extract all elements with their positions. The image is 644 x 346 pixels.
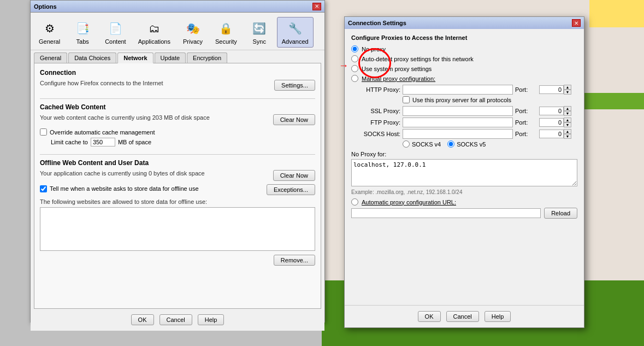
use-for-all-checkbox[interactable] (403, 96, 410, 103)
socks-port-input[interactable] (539, 130, 564, 138)
socks-v5-radio[interactable] (447, 140, 454, 148)
ssl-proxy-input[interactable] (403, 106, 513, 116)
system-proxy-row: Use system proxy settings (351, 65, 577, 72)
no-proxy-for-label: No Proxy for: (351, 151, 577, 157)
toolbar-security[interactable]: 🔒 Security (210, 17, 242, 48)
connection-title: Connection (40, 69, 315, 77)
toolbar-advanced[interactable]: 🔧 Advanced (277, 17, 314, 48)
toolbar-applications[interactable]: 🗂 Applications (133, 17, 175, 48)
ftp-proxy-input[interactable] (403, 118, 513, 127)
conn-help-button[interactable]: Help (485, 311, 511, 322)
http-port-input[interactable] (539, 85, 564, 94)
cached-row: Your web content cache is currently usin… (40, 114, 315, 125)
ssl-port-spinner: ▲ ▼ (539, 106, 577, 116)
sync-icon: 🔄 (251, 20, 268, 37)
socks-host-input[interactable] (403, 129, 513, 139)
http-port-down[interactable]: ▼ (564, 90, 571, 95)
security-icon: 🔒 (217, 20, 235, 37)
override-cache-label: Override automatic cache management (50, 129, 155, 136)
options-cancel-button[interactable]: Cancel (159, 314, 192, 325)
reload-button[interactable]: Reload (544, 208, 577, 219)
no-proxy-row: No proxy (351, 45, 577, 52)
auto-detect-radio[interactable] (351, 55, 358, 62)
no-proxy-textarea[interactable]: localhost, 127.0.0.1 (351, 159, 577, 186)
ftp-port-down[interactable]: ▼ (564, 122, 571, 127)
socks-v4-label[interactable]: SOCKS v4 (403, 140, 441, 148)
conn-close-button[interactable]: ✕ (572, 19, 581, 27)
ftp-port-spinner: ▲ ▼ (539, 118, 577, 127)
bg-yellow (589, 0, 644, 27)
socks-v4-radio[interactable] (403, 140, 410, 148)
connection-settings-dialog: Connection Settings ✕ Configure Proxies … (344, 16, 584, 328)
separator-2 (40, 154, 315, 155)
options-titlebar: Options ✕ (31, 1, 324, 13)
socks-host-label: SOCKS Host: (351, 131, 400, 137)
tab-general[interactable]: General (34, 52, 67, 63)
manual-proxy-radio[interactable] (351, 75, 358, 82)
ftp-port-up[interactable]: ▲ (564, 118, 571, 122)
toolbar-tabs[interactable]: 📑 Tabs (67, 17, 98, 48)
http-proxy-input[interactable] (403, 85, 513, 95)
socks-port-up[interactable]: ▲ (564, 129, 571, 134)
auto-detect-label: Auto-detect proxy settings for this netw… (362, 56, 474, 62)
ftp-port-input[interactable] (539, 118, 564, 127)
options-window: Options ✕ ⚙ General 📑 Tabs 📄 Content 🗂 A… (30, 0, 325, 322)
socks-v5-label[interactable]: SOCKS v5 (447, 140, 486, 148)
tell-me-checkbox[interactable] (40, 185, 47, 192)
options-help-button[interactable]: Help (198, 314, 224, 325)
override-cache-row: Override automatic cache management (40, 128, 315, 136)
http-port-spinner: ▲ ▼ (539, 85, 577, 95)
socks-port-spinner: ▲ ▼ (539, 129, 577, 139)
system-proxy-radio[interactable] (351, 65, 358, 72)
offline-sites-textarea[interactable] (40, 207, 315, 251)
offline-clear-button[interactable]: Clear Now (273, 170, 315, 181)
toolbar-content[interactable]: 📄 Content (100, 17, 131, 48)
options-toolbar: ⚙ General 📑 Tabs 📄 Content 🗂 Application… (31, 13, 324, 50)
ssl-port-down[interactable]: ▼ (564, 111, 571, 116)
options-ok-button[interactable]: OK (131, 314, 154, 325)
toolbar-privacy[interactable]: 🎭 Privacy (178, 17, 208, 48)
tab-encryption[interactable]: Encryption (187, 52, 227, 63)
ssl-port-up[interactable]: ▲ (564, 106, 571, 111)
toolbar-general[interactable]: ⚙ General (34, 17, 65, 48)
connection-desc: Configure how Firefox connects to the In… (40, 80, 163, 86)
toolbar-advanced-label: Advanced (282, 38, 309, 45)
cached-content-section: Cached Web Content Your web content cach… (40, 103, 315, 146)
use-for-all-label: Use this proxy server for all protocols (412, 97, 511, 103)
socks-port-down[interactable]: ▼ (564, 134, 571, 139)
tab-network[interactable]: Network (117, 52, 153, 63)
general-icon: ⚙ (41, 20, 58, 37)
options-close-button[interactable]: ✕ (312, 3, 321, 10)
options-footer: OK Cancel Help (31, 309, 324, 331)
ssl-port-input[interactable] (539, 107, 564, 115)
auto-url-label: Automatic proxy configuration URL: (362, 199, 456, 206)
toolbar-sync[interactable]: 🔄 Sync (244, 17, 275, 48)
auto-detect-row: Auto-detect proxy settings for this netw… (351, 55, 577, 62)
tab-update[interactable]: Update (155, 52, 186, 63)
conn-cancel-button[interactable]: Cancel (446, 311, 479, 322)
tabs-icon: 📑 (74, 20, 91, 37)
http-port-label: Port: (515, 86, 537, 93)
toolbar-content-label: Content (105, 38, 126, 45)
conn-ok-button[interactable]: OK (418, 311, 441, 322)
ftp-port-label: Port: (515, 119, 537, 126)
tab-data-choices[interactable]: Data Choices (68, 52, 116, 63)
auto-url-radio[interactable] (351, 198, 358, 206)
connection-section: Connection Configure how Firefox connect… (40, 69, 315, 91)
cached-desc: Your web content cache is currently usin… (40, 114, 210, 121)
override-cache-checkbox[interactable] (40, 128, 47, 136)
cached-clear-button[interactable]: Clear Now (273, 114, 315, 125)
auto-url-input[interactable] (351, 208, 541, 218)
http-port-up[interactable]: ▲ (564, 85, 571, 90)
connection-settings-button[interactable]: Settings... (274, 80, 315, 91)
no-proxy-radio[interactable] (351, 45, 358, 52)
content-icon: 📄 (107, 20, 124, 37)
http-proxy-label: HTTP Proxy: (351, 86, 400, 93)
limit-cache-input[interactable] (91, 138, 115, 146)
no-proxy-label: No proxy (362, 46, 386, 52)
toolbar-security-label: Security (215, 38, 237, 45)
remove-button[interactable]: Remove... (274, 255, 315, 266)
conn-body: Configure Proxies to Access the Internet… (345, 29, 584, 224)
ssl-proxy-label: SSL Proxy: (351, 108, 400, 114)
exceptions-button[interactable]: Exceptions... (267, 184, 315, 195)
